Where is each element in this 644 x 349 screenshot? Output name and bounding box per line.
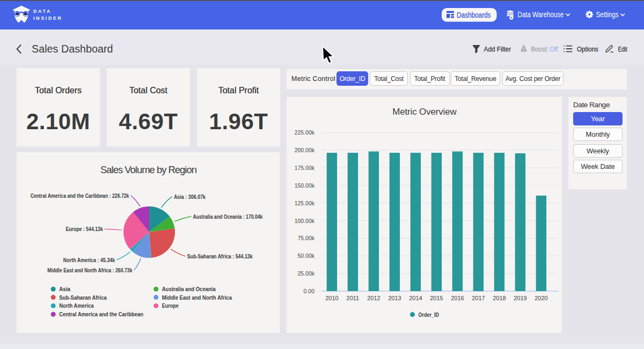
svg-text:Edit: Edit <box>618 45 627 53</box>
svg-text:175.00k: 175.00k <box>295 165 315 171</box>
svg-text:2011: 2011 <box>347 295 360 301</box>
svg-text:Settings: Settings <box>596 10 619 19</box>
svg-text:2015: 2015 <box>430 295 443 301</box>
svg-text:Metric Overview: Metric Overview <box>392 107 457 117</box>
svg-text:Asia: Asia <box>59 286 70 292</box>
svg-text:North America : 45.34k: North America : 45.34k <box>63 257 115 263</box>
svg-text:Off: Off <box>550 45 558 53</box>
svg-text:2018: 2018 <box>493 295 506 301</box>
svg-text:Add Filter: Add Filter <box>484 45 511 53</box>
svg-text:50.00k: 50.00k <box>297 253 314 259</box>
svg-text:125.00k: 125.00k <box>295 200 315 206</box>
svg-text:Central America and the Caribb: Central America and the Caribbean <box>59 311 143 317</box>
svg-text:75.00k: 75.00k <box>297 235 314 241</box>
svg-text:2017: 2017 <box>472 295 485 301</box>
svg-text:2019: 2019 <box>514 295 526 301</box>
svg-text:Europe : 544.13k: Europe : 544.13k <box>65 226 103 232</box>
svg-text:Order_ID: Order_ID <box>419 311 439 318</box>
svg-text:Middle East and North Africa: Middle East and North Africa <box>162 294 232 301</box>
svg-text:Australia and Oceania: Australia and Oceania <box>162 286 216 292</box>
svg-text:Middle East and North Africa :: Middle East and North Africa : 260.73k <box>47 267 132 273</box>
svg-text:Sales Volume by Region: Sales Volume by Region <box>100 164 197 175</box>
svg-text:Dashboards: Dashboards <box>457 11 491 19</box>
svg-text:2020: 2020 <box>535 295 547 301</box>
svg-text:Sub-Saharan Africa: Sub-Saharan Africa <box>59 294 107 301</box>
svg-text:Australia and Oceania : 170.04: Australia and Oceania : 170.04k <box>193 213 262 220</box>
svg-text:Europe: Europe <box>162 302 179 309</box>
svg-text:150.00k: 150.00k <box>295 182 315 189</box>
svg-text:2012: 2012 <box>367 295 380 301</box>
svg-text:0.00: 0.00 <box>304 288 315 294</box>
svg-text:225.00k: 225.00k <box>295 129 315 136</box>
svg-text:Asia : 306.07k: Asia : 306.07k <box>174 194 206 200</box>
svg-text:Options: Options <box>577 45 598 53</box>
svg-text:100.00k: 100.00k <box>295 218 315 224</box>
svg-text:2014: 2014 <box>409 295 422 301</box>
svg-text:Boost:: Boost: <box>531 45 548 53</box>
svg-text:Sub-Saharan Africa : 544.13k: Sub-Saharan Africa : 544.13k <box>187 253 253 259</box>
svg-text:200.00k: 200.00k <box>295 147 315 153</box>
svg-text:2013: 2013 <box>388 295 401 301</box>
svg-text:2016: 2016 <box>451 295 464 301</box>
svg-text:Data Warehouse: Data Warehouse <box>518 10 564 19</box>
svg-text:Sales Dashboard: Sales Dashboard <box>32 42 113 55</box>
svg-text:25.00k: 25.00k <box>297 270 314 277</box>
svg-text:North America: North America <box>59 302 94 309</box>
svg-text:Central America and the Caribb: Central America and the Caribbean : 226.… <box>31 192 129 199</box>
svg-text:2010: 2010 <box>325 295 338 301</box>
